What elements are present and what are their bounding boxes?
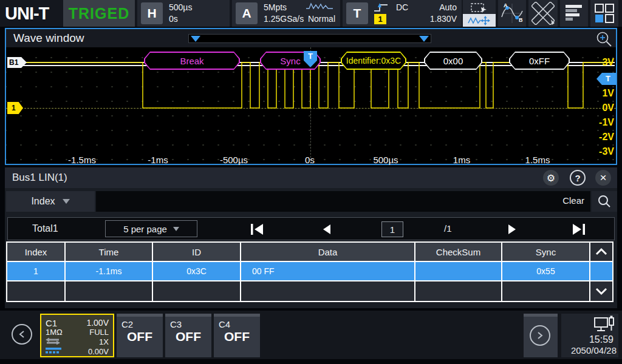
oscilloscope-screen: UNI-T TRIGED H 500µs 0s A 5Mpts 1.25GSa/…: [0, 0, 622, 364]
table-row-cell-data[interactable]: 00 FF: [241, 262, 414, 280]
page-number-value: 1: [390, 224, 395, 235]
measure-button[interactable]: [528, 0, 558, 27]
decode-frame-data1: 0x00: [424, 52, 482, 70]
table-empty-cell: [502, 281, 589, 301]
v-tick-n2v: -2V: [590, 132, 614, 143]
v-tick-n1v: -1V: [590, 117, 614, 128]
c1-coupling-dc-icon: [46, 347, 61, 354]
cursor-measure-button[interactable]: A B: [498, 0, 526, 27]
chevron-left-icon: [18, 329, 26, 339]
v-tick-1v: 1V: [590, 88, 614, 99]
chevron-down-icon: [173, 227, 179, 231]
channel2-card[interactable]: C2 OFF: [117, 314, 163, 357]
table-scroll-down-button[interactable]: [590, 281, 612, 301]
search-field-dropdown[interactable]: Index: [6, 191, 95, 212]
first-page-button[interactable]: [248, 220, 266, 238]
pagination-bar: Total1 5 per page 1 /1: [7, 217, 615, 240]
table-empty-cell: [66, 281, 152, 301]
decode-frame-break-label: Break: [180, 56, 203, 66]
ab-cursor-icon: A B: [501, 2, 524, 24]
decoder-panel-header: Bus1 LIN(1) ⚙ ? ×: [5, 167, 617, 188]
page-count-label: /1: [444, 223, 452, 234]
chevron-down-icon: [63, 199, 70, 204]
select-drag-mode-toggle[interactable]: [463, 0, 496, 27]
table-scrollbar-thumb[interactable]: [590, 262, 612, 280]
memory-depth: 5Mpts: [264, 2, 287, 12]
table-empty-cell: [7, 281, 64, 301]
table-row-cell-id[interactable]: 0x3C: [153, 262, 240, 280]
c2-name: C2: [121, 319, 133, 329]
chevron-right-icon: [536, 331, 544, 340]
waveform-plot-area[interactable]: Break Sync Identifier:0x3C 0x00 0xFF B1: [6, 47, 616, 164]
decode-frame-data2-label: 0xFF: [529, 56, 550, 66]
acquire-menu-button[interactable]: A 5Mpts 1.25GSa/s Normal: [232, 0, 340, 27]
channel1-marker-label: 1: [12, 104, 16, 112]
channel4-card[interactable]: C4 OFF: [214, 314, 260, 357]
decoder-help-button[interactable]: ?: [570, 170, 586, 186]
chevron-up-icon: [594, 247, 609, 257]
table-row-cell-index[interactable]: 1: [7, 262, 64, 280]
t-tick-5: 1ms: [437, 155, 486, 165]
next-page-button[interactable]: [503, 220, 521, 238]
channel3-card[interactable]: C3 OFF: [165, 314, 211, 357]
display-windows-button[interactable]: [590, 0, 618, 27]
col-header-checksum: CheckSum: [415, 243, 501, 261]
table-empty-cell: [415, 281, 501, 301]
range-right-handle-icon[interactable]: [419, 36, 429, 42]
channel-bar-scroll-right-card[interactable]: [524, 314, 558, 357]
c4-name: C4: [219, 319, 230, 329]
channel-bar-scroll-left-button[interactable]: [12, 324, 32, 345]
horizontal-menu-button[interactable]: H 500µs 0s: [137, 0, 230, 27]
decoder-panel-title: Bus1 LIN(1): [12, 172, 67, 184]
chevron-down-icon: [594, 286, 609, 296]
t-tick-3: 0s: [285, 155, 334, 165]
search-icon: [597, 194, 612, 209]
decode-frame-identifier: Identifier:0x3C: [341, 52, 406, 70]
system-status-panel[interactable]: 15:59 2050/04/28: [561, 314, 618, 357]
table-row-cell-time[interactable]: -1.1ms: [66, 262, 152, 280]
c1-scale: 1.00V: [86, 318, 109, 328]
channel1-card[interactable]: C1 1.00V 1MΩ FULL 1X 0.00V: [40, 314, 114, 357]
acquire-mode: Normal: [308, 14, 335, 24]
range-left-handle-icon[interactable]: [191, 36, 200, 42]
table-row-cell-checksum[interactable]: [415, 262, 501, 280]
last-page-button[interactable]: [570, 220, 588, 238]
clear-button[interactable]: Clear: [562, 195, 584, 206]
horizontal-offset: 0s: [169, 14, 178, 24]
decoder-close-button[interactable]: ×: [595, 170, 611, 186]
trigger-position-label: T: [308, 52, 313, 61]
prev-page-button[interactable]: [318, 220, 336, 238]
page-size-value: 5 per page: [123, 224, 167, 234]
statistics-button[interactable]: [560, 0, 588, 27]
t-tick-4: 500µs: [361, 155, 410, 165]
search-button[interactable]: [592, 191, 617, 212]
trigger-coupling: DC: [396, 2, 408, 12]
col-header-index: Index: [7, 243, 64, 261]
t-tick-0: -1.5ms: [58, 155, 106, 165]
wave-range-scrollbar[interactable]: [188, 34, 431, 43]
zoom-in-icon[interactable]: [595, 30, 612, 47]
channel-bar: C1 1.00V 1MΩ FULL 1X 0.00V C2 OFF C3 OFF: [0, 311, 622, 359]
decode-event-table: Index Time ID Data CheckSum Sync 1 -1.1m…: [6, 241, 613, 302]
c3-name: C3: [170, 319, 182, 329]
c2-state: OFF: [117, 329, 163, 344]
question-icon: ?: [575, 173, 580, 183]
search-field-selected: Index: [31, 196, 55, 207]
col-header-time: Time: [66, 243, 152, 261]
c1-name: C1: [46, 318, 57, 328]
table-row-cell-sync[interactable]: 0x55: [502, 262, 589, 280]
page-size-dropdown[interactable]: 5 per page: [105, 220, 197, 237]
table-scroll-up-button[interactable]: [590, 243, 612, 261]
decoder-search-row: Index Clear: [5, 188, 617, 215]
decoder-settings-button[interactable]: ⚙: [543, 170, 559, 186]
trigger-menu-button[interactable]: T 1 DC Auto 1.830V: [343, 0, 462, 27]
horizontal-key: H: [141, 2, 163, 24]
search-input[interactable]: Clear: [96, 191, 590, 212]
four-squares-icon: [594, 3, 615, 24]
acquire-key: A: [236, 2, 258, 24]
page-number-input[interactable]: 1: [381, 221, 403, 237]
v-tick-3v: 3V: [590, 57, 614, 68]
channel-bar-scroll-right-button[interactable]: [530, 325, 550, 346]
decode-frame-sync-label: Sync: [280, 56, 300, 66]
acquire-mode-icon: [305, 2, 334, 10]
